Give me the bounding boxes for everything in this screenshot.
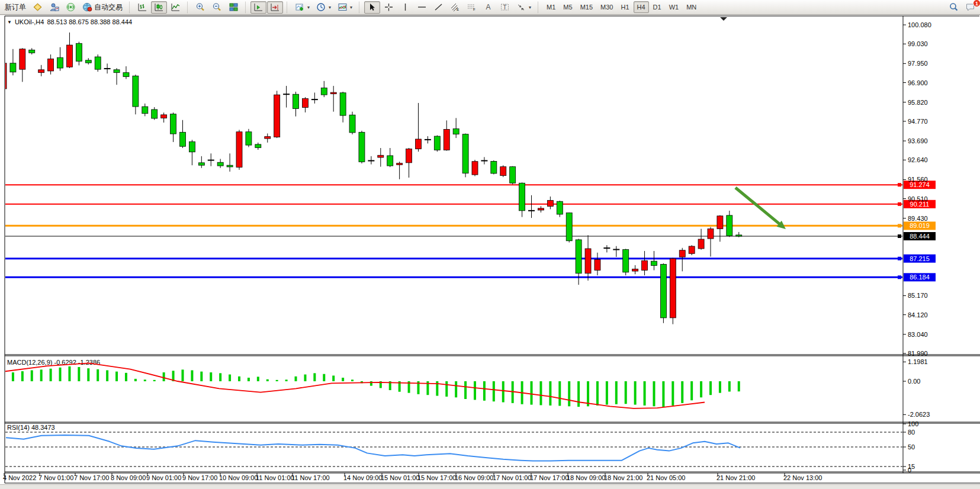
down-candle [557, 201, 563, 214]
down-arrow-annotation[interactable] [735, 188, 781, 226]
vertical-line-button[interactable] [397, 1, 413, 14]
down-candle [227, 165, 233, 167]
profile-button[interactable] [46, 1, 62, 14]
price-tick-label: 92.640 [908, 156, 928, 163]
tf-button-M5[interactable]: M5 [560, 1, 576, 13]
line-chart-button[interactable] [168, 1, 184, 14]
time-tick-label: 9 Nov 17:00 [182, 474, 217, 481]
down-candle [321, 88, 327, 95]
down-candle [198, 163, 204, 165]
line-chart-icon [171, 2, 181, 12]
horizontal-line-icon [417, 2, 427, 12]
zoom-out-button[interactable] [209, 1, 225, 14]
search-button[interactable] [946, 1, 962, 14]
price-tick-label: 81.990 [908, 350, 928, 357]
bar-chart-button[interactable] [134, 1, 150, 14]
down-candle [510, 167, 516, 184]
pane-borders [5, 16, 980, 483]
chart-shift-marker[interactable] [720, 17, 727, 21]
down-candle [519, 183, 525, 211]
macd-tick-label: 0.00 [908, 378, 920, 385]
up-candle [500, 167, 506, 176]
up-candle [406, 149, 412, 163]
time-tick-label: 16 Nov 09:00 [455, 474, 493, 481]
new-order-button[interactable]: 新订单 [2, 1, 29, 14]
tf-button-M1[interactable]: M1 [543, 1, 559, 13]
candlestick-chart-button[interactable] [151, 1, 167, 14]
cursor-button[interactable] [364, 1, 380, 14]
chart-shift-icon [253, 2, 264, 12]
macd-pane [4, 363, 739, 408]
up-candle [670, 259, 676, 318]
price-tick-label: 94.770 [908, 118, 928, 125]
level-price-label: 89.019 [910, 222, 930, 229]
templates-button[interactable]: ▾ [335, 1, 355, 14]
arrows-button[interactable]: ▾ [513, 1, 534, 14]
zoom-in-button[interactable] [192, 1, 208, 14]
tf-button-D1[interactable]: D1 [650, 1, 665, 13]
arrows-icon [516, 2, 526, 12]
search-icon [949, 2, 959, 12]
up-candle [708, 229, 714, 239]
price-axis[interactable]: 100.08099.03097.95096.90095.82094.77093.… [903, 21, 931, 357]
macd-signal-line [4, 363, 705, 408]
signals-button[interactable] [63, 1, 79, 14]
up-candle [274, 95, 280, 137]
market-watch-button[interactable] [30, 1, 46, 14]
up-candle [632, 269, 638, 271]
time-axis[interactable]: 4 Nov 20227 Nov 01:007 Nov 17:008 Nov 09… [3, 473, 822, 481]
tf-button-M15[interactable]: M15 [577, 1, 596, 13]
rsi-tick-label: 0 [908, 467, 911, 474]
vertical-line-icon [400, 2, 410, 12]
up-candle [642, 260, 648, 270]
add-indicator-icon [295, 2, 305, 12]
equidistant-channel-icon: E [450, 2, 460, 12]
notifications-button[interactable]: 1 [962, 1, 978, 14]
crosshair-button[interactable] [381, 1, 397, 14]
equidistant-channel-button[interactable]: E [447, 1, 463, 14]
tf-button-W1[interactable]: W1 [666, 1, 683, 13]
tile-windows-button[interactable] [226, 1, 242, 14]
up-candle [330, 92, 336, 94]
rsi-pane [5, 432, 902, 467]
chart-shift-button[interactable] [250, 1, 266, 14]
tf-button-M30[interactable]: M30 [597, 1, 616, 13]
auto-scroll-button[interactable] [267, 1, 283, 14]
tf-button-H4[interactable]: H4 [634, 1, 649, 13]
notification-badge: 1 [973, 0, 980, 7]
down-candle [217, 162, 223, 166]
toolbar-separator [538, 2, 540, 13]
down-candle [359, 132, 365, 162]
dropdown-caret-icon: ▾ [307, 5, 310, 10]
up-candle [265, 137, 271, 139]
tf-button-MN[interactable]: MN [683, 1, 700, 13]
time-tick-label: 18 Nov 09:00 [567, 474, 605, 481]
status-bar [0, 484, 980, 489]
macd-tick-label: 1.1981 [908, 358, 928, 365]
time-tick-label: 11 Nov 01:00 [256, 474, 294, 481]
time-tick-label: 21 Nov 05:00 [647, 474, 685, 481]
down-candle [651, 261, 657, 265]
chart-window: ▼ UKOil-,H4 88.513 88.675 88.388 88.444 … [0, 15, 980, 484]
up-candle [66, 45, 72, 67]
chart-canvas[interactable]: 91.27490.21189.01988.44487.21586.184100.… [0, 15, 980, 484]
text-button[interactable]: A [480, 1, 496, 14]
fibonacci-button[interactable]: F [464, 1, 480, 14]
up-candle [397, 163, 403, 165]
trendline-button[interactable] [430, 1, 446, 14]
up-candle [698, 239, 704, 249]
text-label-button[interactable]: T [497, 1, 513, 14]
dropdown-caret-icon: ▾ [350, 5, 352, 10]
up-candle [302, 99, 308, 108]
crosshair-icon [384, 2, 394, 12]
text-label-icon: T [500, 2, 510, 12]
horizontal-line-button[interactable] [414, 1, 430, 14]
time-tick-label: 9 Nov 01:00 [146, 474, 181, 481]
periods-button[interactable]: ▾ [313, 1, 334, 14]
profile-icon [49, 2, 59, 12]
auto-trading-button[interactable]: 自动交易 [79, 1, 126, 14]
candles [1, 33, 742, 324]
indicators-button[interactable]: ▾ [292, 1, 313, 14]
down-candle [566, 213, 572, 241]
tf-button-H1[interactable]: H1 [617, 1, 632, 13]
